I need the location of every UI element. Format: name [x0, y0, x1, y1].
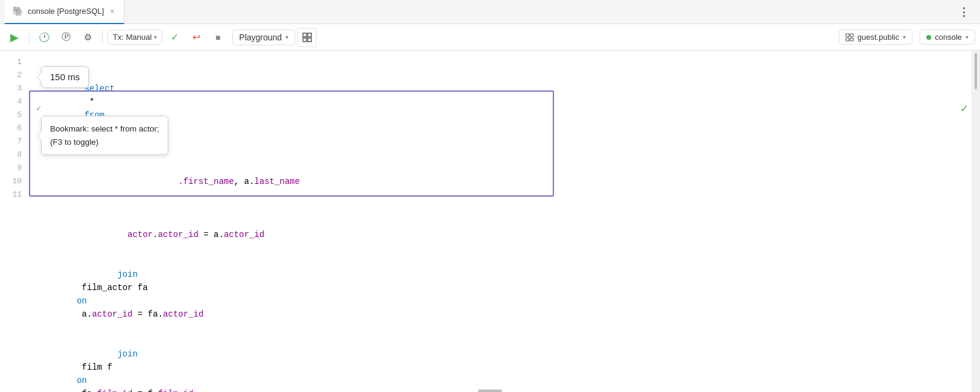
toolbar-divider-2 [102, 30, 103, 45]
svg-rect-0 [303, 33, 307, 37]
run-button[interactable]: ▶ [5, 28, 24, 47]
line-num-10: 10 [0, 175, 22, 188]
console-tab[interactable]: 🐘 console [PostgreSQL] × [5, 0, 124, 24]
code-line-2: ✓ select * from actor; [36, 69, 972, 148]
scrollbar-thumb[interactable] [975, 53, 977, 89]
editor-check-icon: ✓ [961, 103, 968, 116]
schema-icon [845, 33, 854, 42]
console-chevron-icon: ▾ [966, 34, 969, 40]
scrollbar-track[interactable] [972, 51, 980, 392]
editor-area: 1 2 3 4 5 6 7 8 9 10 11 ✓ select * from … [0, 51, 980, 392]
line-num-9: 9 [0, 162, 22, 175]
elephant-icon: 🐘 [12, 5, 24, 17]
schema-label: guest.public [858, 33, 899, 42]
playground-label: Playground [239, 33, 282, 42]
grid-icon [302, 33, 312, 42]
pin-button[interactable]: Ⓟ [56, 28, 75, 47]
tooltip-bookmark-line2: (F3 to toggle) [50, 136, 159, 149]
svg-rect-1 [308, 33, 311, 37]
schema-chevron-icon: ▾ [903, 34, 906, 40]
code-line-6: actor.actor_id = a.actor_id [36, 215, 972, 254]
check-button[interactable]: ✓ [165, 28, 184, 47]
svg-rect-7 [850, 38, 853, 41]
tx-chevron-icon: ▾ [154, 34, 157, 40]
code-line-6-text: actor.actor_id = a.actor_id [36, 215, 264, 254]
svg-rect-4 [846, 34, 849, 37]
tab-close-button[interactable]: × [107, 6, 116, 17]
line-num-4: 4 [0, 95, 22, 109]
tx-dropdown[interactable]: Tx: Manual ▾ [107, 30, 162, 45]
toolbar-divider-1 [29, 30, 30, 45]
code-area[interactable]: ✓ select * from actor; .first_name, a.la… [29, 51, 972, 392]
code-line-4: .first_name, a.last_name [36, 162, 972, 201]
toolbar: ▶ 🕐 Ⓟ ⚙ Tx: Manual ▾ ✓ ↩ ■ Playground ▾ … [0, 24, 980, 51]
tooltip-150ms: 150 ms [41, 66, 89, 88]
code-line-8: join film f on fa.film_id = f.film_id [36, 334, 972, 392]
console-label: console [935, 33, 962, 42]
line-num-2: 2 [0, 69, 22, 82]
svg-rect-3 [308, 38, 311, 42]
line-num-1: 1 [0, 55, 22, 69]
line-num-8: 8 [0, 148, 22, 162]
code-line-8-text: join film f on fa.film_id = f.film_id [36, 334, 193, 392]
tooltip-150ms-text: 150 ms [50, 72, 80, 82]
tab-bar-right: ⋮ [953, 3, 975, 21]
code-line-5: ► [36, 201, 972, 215]
code-line-7-text: join film_actor fa on a.actor_id = fa.ac… [36, 254, 203, 334]
svg-rect-6 [846, 38, 849, 41]
tab-bar-left: 🐘 console [PostgreSQL] × [5, 0, 124, 24]
code-line-4-text: .first_name, a.last_name [36, 162, 300, 201]
schema-dropdown[interactable]: guest.public ▾ [839, 30, 912, 45]
playground-dropdown[interactable]: Playground ▾ [232, 30, 295, 45]
code-line-1 [36, 55, 972, 69]
undo-button[interactable]: ↩ [186, 28, 206, 47]
line-numbers: 1 2 3 4 5 6 7 8 9 10 11 [0, 51, 29, 392]
tab-bar: 🐘 console [PostgreSQL] × ⋮ [0, 0, 980, 24]
code-line-7: join film_actor fa on a.actor_id = fa.ac… [36, 254, 972, 334]
tab-title: console [PostgreSQL] [28, 7, 104, 16]
grid-button[interactable] [298, 28, 317, 47]
playground-chevron-icon: ▾ [285, 34, 288, 40]
line-num-6: 6 [0, 122, 22, 135]
settings-button[interactable]: ⚙ [78, 28, 97, 47]
svg-rect-2 [303, 38, 307, 42]
console-status-dot [926, 35, 931, 40]
tx-label: Tx: Manual [113, 33, 151, 42]
tooltip-bookmark: Bookmark: select * from actor; (F3 to to… [41, 116, 168, 155]
stop-button[interactable]: ■ [208, 28, 228, 47]
line-num-7: 7 [0, 135, 22, 148]
tooltip-bookmark-line1: Bookmark: select * from actor; [50, 122, 159, 136]
line-num-3: 3 [0, 82, 22, 95]
svg-rect-5 [850, 34, 853, 37]
line-num-5: 5 [0, 109, 22, 122]
tab-menu-button[interactable]: ⋮ [953, 3, 975, 21]
code-line-3 [36, 148, 972, 162]
green-check-marker-line2: ✓ [36, 102, 41, 115]
console-dropdown[interactable]: console ▾ [920, 30, 975, 45]
history-button[interactable]: 🕐 [34, 28, 54, 47]
line-num-11: 11 [0, 188, 22, 201]
